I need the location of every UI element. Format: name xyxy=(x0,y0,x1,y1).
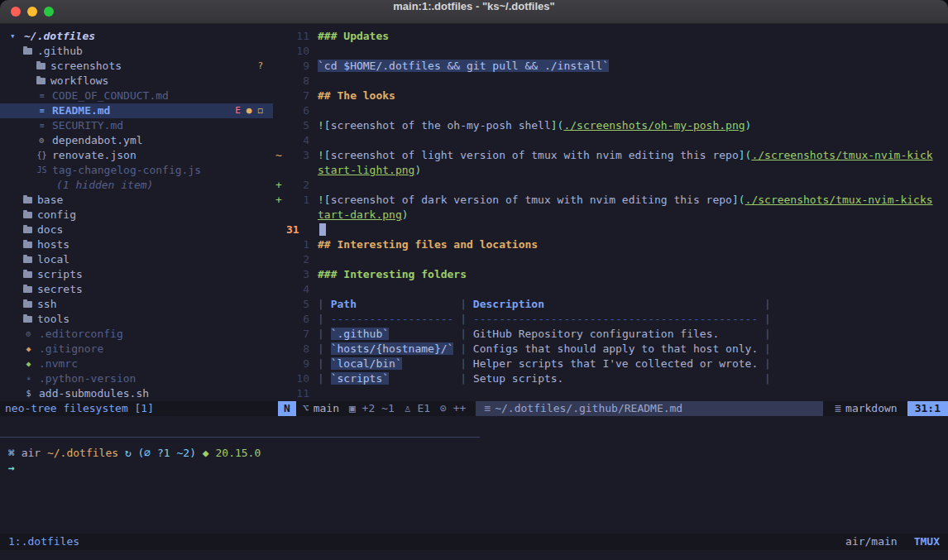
line-number: 8 xyxy=(285,74,309,89)
line-text: start-light.png) xyxy=(318,163,421,178)
minimize-button[interactable] xyxy=(27,7,37,17)
line-number xyxy=(285,208,309,223)
editor-line[interactable]: 4 xyxy=(273,133,948,148)
node-icon: ◆ xyxy=(203,447,216,459)
tree-item-folder[interactable]: tools xyxy=(0,312,273,327)
line-number: 11 xyxy=(285,386,309,401)
editor-line[interactable]: 1## Interesting files and locations xyxy=(273,237,948,252)
folder-icon xyxy=(23,48,32,55)
tree-item-label: .python-version xyxy=(39,371,136,386)
file-icon: ≡ xyxy=(36,89,47,103)
file-icon: ≡ xyxy=(36,103,47,118)
editor-line[interactable]: 5![screenshot of the oh-my-posh shell](.… xyxy=(273,118,948,133)
gutter-sign xyxy=(273,327,285,342)
folder-icon xyxy=(23,227,32,233)
tree-item-markers: E●◻ xyxy=(235,103,273,118)
line-text: | Path | Description | xyxy=(318,297,771,312)
tree-item[interactable]: JStag-changelog-config.js xyxy=(0,163,273,178)
gutter-sign xyxy=(273,267,285,282)
editor-line[interactable]: 10 xyxy=(273,44,948,59)
tree-item-folder[interactable]: screenshots? xyxy=(0,59,273,74)
tree-item-folder[interactable]: secrets xyxy=(0,282,273,297)
git-branch: ⌥main xyxy=(303,401,339,416)
line-number: 31 xyxy=(285,223,311,237)
tree-item[interactable]: $add-submodules.sh xyxy=(0,386,273,401)
tree-item-folder[interactable]: ssh xyxy=(0,297,273,312)
tree-item-label: (1 hidden item) xyxy=(56,178,153,193)
branch-icon: ⌥ xyxy=(303,402,309,414)
mode-indicator: N xyxy=(278,401,296,416)
editor-pane[interactable]: 11### Updates109`cd $HOME/.dotfiles && g… xyxy=(273,29,948,401)
tree-item-folder[interactable]: scripts xyxy=(0,267,273,282)
line-number: 7 xyxy=(285,327,309,342)
filetype: ≣markdown xyxy=(835,401,897,416)
titlebar[interactable]: main:1:.dotfiles - "ks~/.dotfiles" xyxy=(0,0,948,24)
gutter-sign xyxy=(273,342,285,357)
line-text: ![screenshot of dark version of tmux wit… xyxy=(318,193,933,208)
tree-item[interactable]: ⚙.editorconfig xyxy=(0,327,273,342)
tree-item-folder[interactable]: workflows xyxy=(0,74,273,89)
editor-line[interactable]: 2 xyxy=(273,252,948,267)
gutter-sign xyxy=(273,133,285,148)
gutter-sign xyxy=(273,89,285,103)
editor-line[interactable]: 6| ------------------- | ---------------… xyxy=(273,312,948,327)
editor-line[interactable]: 6 xyxy=(273,103,948,118)
gutter-sign xyxy=(273,44,285,59)
tree-item[interactable]: ◆.gitignore xyxy=(0,342,273,357)
tree-item-label: .github xyxy=(37,44,83,59)
tree-item-folder[interactable]: local xyxy=(0,252,273,267)
tree-item[interactable]: ≡SECURITY.md xyxy=(0,118,273,133)
editor-line[interactable]: +2 xyxy=(273,178,948,193)
tree-item-folder[interactable]: .github xyxy=(0,44,273,59)
editor-line[interactable]: 9`cd $HOME/.dotfiles && git pull && ./in… xyxy=(273,59,948,74)
editor-line[interactable]: tart-dark.png) xyxy=(273,208,948,223)
tree-item[interactable]: ◆.nvmrc xyxy=(0,357,273,371)
editor-line[interactable]: 7## The looks xyxy=(273,89,948,103)
line-number: 10 xyxy=(285,371,309,386)
editor-line[interactable]: 8| `hosts/{hostname}/` | Configs that sh… xyxy=(273,342,948,357)
gutter-sign xyxy=(273,163,285,178)
editor-line[interactable]: 31 xyxy=(273,223,948,237)
gutter-sign xyxy=(273,297,285,312)
tree-item-folder[interactable]: docs xyxy=(0,223,273,237)
editor-line[interactable]: 4 xyxy=(273,282,948,297)
zoom-button[interactable] xyxy=(44,7,54,17)
tree-item[interactable]: ≡README.mdE●◻ xyxy=(0,103,273,118)
tree-item[interactable]: ⚙dependabot.yml xyxy=(0,133,273,148)
line-text: | `.github` | GitHub Repository configur… xyxy=(318,327,771,342)
editor-line[interactable]: ~3![screenshot of light version of tmux … xyxy=(273,148,948,163)
tree-item-folder[interactable]: config xyxy=(0,208,273,223)
tree-root[interactable]: ▾~/.dotfiles xyxy=(0,29,273,44)
editor-line[interactable]: start-light.png) xyxy=(273,163,948,178)
line-number: 6 xyxy=(285,103,309,118)
gutter-sign: + xyxy=(273,193,285,208)
close-button[interactable] xyxy=(11,7,21,17)
file-icon: JS xyxy=(36,163,47,178)
editor-line[interactable]: 11### Updates xyxy=(273,29,948,44)
editor-line[interactable]: 9| `local/bin` | Helper scripts that I'v… xyxy=(273,357,948,371)
expander-icon[interactable]: ▾ xyxy=(10,29,19,44)
gutter-sign xyxy=(273,386,285,401)
editor-line[interactable]: +1![screenshot of dark version of tmux w… xyxy=(273,193,948,208)
shell-prompt: ⌘ air ~/.dotfiles ↻ (⌀ ?1 ~2) ◆ 20.15.0 xyxy=(8,446,261,461)
editor-line[interactable]: 3### Interesting folders xyxy=(273,267,948,282)
host-name: air xyxy=(22,447,47,459)
line-text: `cd $HOME/.dotfiles && git pull && ./ins… xyxy=(318,59,609,74)
editor-line[interactable]: 11 xyxy=(273,386,948,401)
editor-line[interactable]: 10| `scripts` | Setup scripts. | xyxy=(273,371,948,386)
editor-line[interactable]: 8 xyxy=(273,74,948,89)
tmux-window-tab[interactable]: 1:.dotfiles xyxy=(8,534,79,549)
tree-item[interactable]: ∗.python-version xyxy=(0,371,273,386)
editor-statusline: N ⌥main ▣ +2 ~1 ♙ E1 ⊙ ++ ≡~/.dotfiles/.… xyxy=(278,401,948,416)
pane-divider[interactable] xyxy=(0,437,480,438)
gutter-sign xyxy=(273,223,285,237)
tree-item-folder[interactable]: hosts xyxy=(0,237,273,252)
tree-item[interactable]: {}renovate.json xyxy=(0,148,273,163)
tree-item[interactable]: ≡CODE_OF_CONDUCT.md xyxy=(0,89,273,103)
editor-line[interactable]: 7| `.github` | GitHub Repository configu… xyxy=(273,327,948,342)
tree-item-folder[interactable]: base xyxy=(0,193,273,208)
editor-line[interactable]: 5| Path | Description | xyxy=(273,297,948,312)
tree-item[interactable]: (1 hidden item) xyxy=(0,178,273,193)
tree-item-label: .gitignore xyxy=(39,342,103,357)
file-icon: ∗ xyxy=(23,371,34,386)
